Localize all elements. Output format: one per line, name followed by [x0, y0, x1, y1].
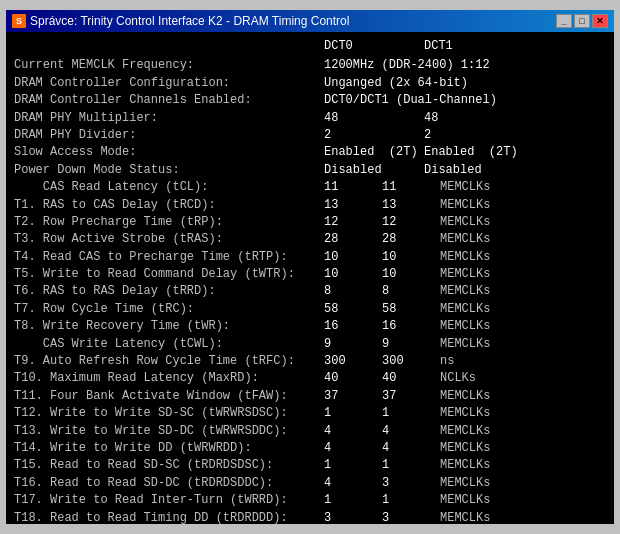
timing-row: T5. Write to Read Command Delay (tWTR):1… — [14, 266, 606, 283]
timing-label: T4. Read CAS to Precharge Time (tRTP): — [14, 249, 324, 266]
timing-label: T6. RAS to RAS Delay (tRRD): — [14, 283, 324, 300]
channels-row: DRAM Controller Channels Enabled: DCT0/D… — [14, 92, 606, 109]
timing-dct1: 13 — [382, 197, 440, 214]
timing-dct0: 16 — [324, 318, 382, 335]
timing-row: T4. Read CAS to Precharge Time (tRTP):10… — [14, 249, 606, 266]
timing-dct1: 4 — [382, 440, 440, 457]
timing-dct0: 10 — [324, 249, 382, 266]
timing-row: T9. Auto Refresh Row Cycle Time (tRFC):3… — [14, 353, 606, 370]
timing-dct1: 3 — [382, 510, 440, 524]
timing-label: T14. Write to Write DD (tWRWRDD): — [14, 440, 324, 457]
slow-access-label: Slow Access Mode: — [14, 144, 324, 161]
phy-mult-dct0: 48 — [324, 110, 424, 127]
timing-row: CAS Read Latency (tCL):1111MEMCLKs — [14, 179, 606, 196]
slow-access-dct1: Enabled (2T) — [424, 144, 524, 161]
channels-label: DRAM Controller Channels Enabled: — [14, 92, 324, 109]
timing-unit: MEMCLKs — [440, 179, 490, 196]
timing-dct0: 11 — [324, 179, 382, 196]
timing-row: T7. Row Cycle Time (tRC):5858MEMCLKs — [14, 301, 606, 318]
power-down-dct0: Disabled — [324, 162, 424, 179]
power-down-row: Power Down Mode Status: Disabled Disable… — [14, 162, 606, 179]
timing-dct1: 1 — [382, 492, 440, 509]
timing-dct0: 10 — [324, 266, 382, 283]
timing-dct0: 1 — [324, 405, 382, 422]
controller-config-row: DRAM Controller Configuration: Unganged … — [14, 75, 606, 92]
timing-row: T2. Row Precharge Time (tRP):1212MEMCLKs — [14, 214, 606, 231]
timing-dct0: 1 — [324, 457, 382, 474]
timing-unit: MEMCLKs — [440, 388, 490, 405]
timing-dct0: 4 — [324, 440, 382, 457]
timing-unit: MEMCLKs — [440, 231, 490, 248]
timing-dct1: 37 — [382, 388, 440, 405]
timing-dct1: 58 — [382, 301, 440, 318]
memclk-value: 1200MHz (DDR-2400) 1:12 — [324, 57, 490, 74]
timing-dct1: 3 — [382, 475, 440, 492]
timing-row: T17. Write to Read Inter-Turn (tWRRD):11… — [14, 492, 606, 509]
timing-row: T11. Four Bank Activate Window (tFAW):37… — [14, 388, 606, 405]
phy-div-dct0: 2 — [324, 127, 424, 144]
timing-unit: MEMCLKs — [440, 475, 490, 492]
timing-unit: MEMCLKs — [440, 336, 490, 353]
timing-dct1: 11 — [382, 179, 440, 196]
timing-label: T12. Write to Write SD-SC (tWRWRSDSC): — [14, 405, 324, 422]
timing-dct0: 58 — [324, 301, 382, 318]
timing-dct1: 1 — [382, 457, 440, 474]
phy-div-dct1: 2 — [424, 127, 524, 144]
timing-dct1: 28 — [382, 231, 440, 248]
timing-dct0: 300 — [324, 353, 382, 370]
timing-dct0: 3 — [324, 510, 382, 524]
timing-dct0: 28 — [324, 231, 382, 248]
timing-row: T15. Read to Read SD-SC (tRDRDSDSC):11ME… — [14, 457, 606, 474]
main-window: S Správce: Trinity Control Interface K2 … — [4, 8, 616, 526]
timing-dct0: 40 — [324, 370, 382, 387]
timing-row: T6. RAS to RAS Delay (tRRD):88MEMCLKs — [14, 283, 606, 300]
timing-row: T1. RAS to CAS Delay (tRCD):1313MEMCLKs — [14, 197, 606, 214]
timing-rows: CAS Read Latency (tCL):1111MEMCLKsT1. RA… — [14, 179, 606, 524]
timing-label: T7. Row Cycle Time (tRC): — [14, 301, 324, 318]
timing-label: T10. Maximum Read Latency (MaxRD): — [14, 370, 324, 387]
minimize-button[interactable]: _ — [556, 14, 572, 28]
timing-dct1: 16 — [382, 318, 440, 335]
timing-unit: MEMCLKs — [440, 214, 490, 231]
timing-dct0: 37 — [324, 388, 382, 405]
timing-dct0: 1 — [324, 492, 382, 509]
timing-dct1: 1 — [382, 405, 440, 422]
phy-div-row: DRAM PHY Divider: 2 2 — [14, 127, 606, 144]
timing-dct0: 12 — [324, 214, 382, 231]
timing-label: T15. Read to Read SD-SC (tRDRDSDSC): — [14, 457, 324, 474]
timing-dct1: 9 — [382, 336, 440, 353]
timing-row: T16. Read to Read SD-DC (tRDRDSDDC):43ME… — [14, 475, 606, 492]
header-spacer — [14, 38, 324, 55]
timing-label: CAS Read Latency (tCL): — [14, 179, 324, 196]
timing-dct1: 4 — [382, 423, 440, 440]
phy-mult-label: DRAM PHY Multiplier: — [14, 110, 324, 127]
timing-unit: MEMCLKs — [440, 492, 490, 509]
timing-dct0: 13 — [324, 197, 382, 214]
timing-row: T14. Write to Write DD (tWRWRDD):44MEMCL… — [14, 440, 606, 457]
timing-label: T1. RAS to CAS Delay (tRCD): — [14, 197, 324, 214]
timing-unit: ns — [440, 353, 454, 370]
timing-label: T13. Write to Write SD-DC (tWRWRSDDC): — [14, 423, 324, 440]
timing-unit: MEMCLKs — [440, 457, 490, 474]
window-icon: S — [12, 14, 26, 28]
timing-unit: MEMCLKs — [440, 510, 490, 524]
memclk-row: Current MEMCLK Frequency: 1200MHz (DDR-2… — [14, 57, 606, 74]
title-bar: S Správce: Trinity Control Interface K2 … — [6, 10, 614, 32]
maximize-button[interactable]: □ — [574, 14, 590, 28]
timing-label: T2. Row Precharge Time (tRP): — [14, 214, 324, 231]
timing-dct1: 12 — [382, 214, 440, 231]
timing-dct1: 300 — [382, 353, 440, 370]
timing-dct0: 8 — [324, 283, 382, 300]
timing-label: T18. Read to Read Timing DD (tRDRDDD): — [14, 510, 324, 524]
timing-label: T17. Write to Read Inter-Turn (tWRRD): — [14, 492, 324, 509]
dct1-header: DCT1 — [424, 38, 524, 55]
phy-div-label: DRAM PHY Divider: — [14, 127, 324, 144]
timing-unit: MEMCLKs — [440, 301, 490, 318]
timing-unit: MEMCLKs — [440, 249, 490, 266]
timing-dct1: 40 — [382, 370, 440, 387]
close-button[interactable]: ✕ — [592, 14, 608, 28]
phy-mult-dct1: 48 — [424, 110, 524, 127]
timing-dct1: 10 — [382, 266, 440, 283]
memclk-label: Current MEMCLK Frequency: — [14, 57, 324, 74]
timing-unit: NCLKs — [440, 370, 476, 387]
